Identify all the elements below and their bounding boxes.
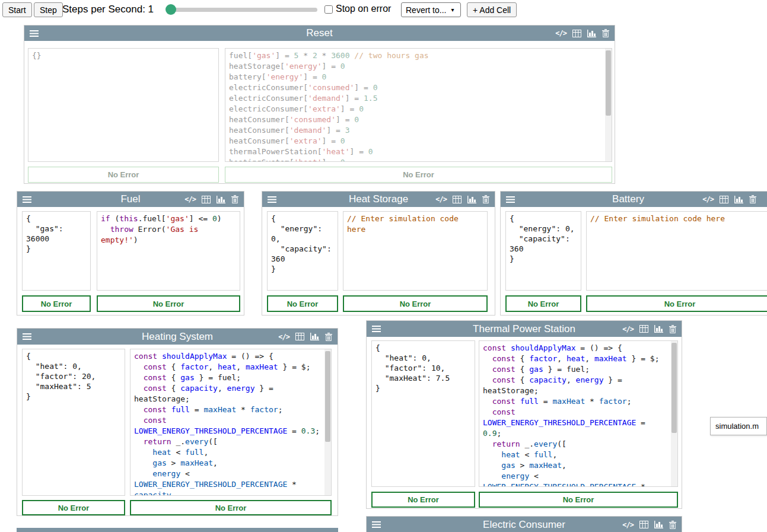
start-button[interactable]: Start [2, 2, 32, 17]
scrollbar-thumb[interactable] [606, 50, 611, 116]
state-json: { "energy": 0, "capacity": 360 } [506, 212, 581, 266]
state-json: { "energy": 0, "capacity": 360 } [268, 212, 338, 276]
table-view-icon[interactable] [453, 196, 462, 203]
code-view-icon[interactable]: </> [622, 325, 634, 333]
table-view-icon[interactable] [720, 196, 728, 203]
state-json: { "heat": 0, "factor": 20, "maxHeat": 5 … [23, 349, 125, 403]
chart-view-icon[interactable] [654, 325, 663, 333]
cell-reset: Reset </> {} fuel['gas'] = 5 * 2 * 3600 … [24, 25, 615, 184]
code-view-icon[interactable]: </> [622, 521, 634, 529]
revert-select-value: Revert to... [406, 5, 446, 15]
delete-cell-icon[interactable] [749, 195, 756, 203]
chart-view-icon[interactable] [310, 333, 319, 340]
cell-thermal-power-station: Thermal Power Station </> { "heat": 0, "… [366, 320, 682, 509]
menu-icon[interactable] [372, 521, 381, 528]
delete-cell-icon[interactable] [602, 29, 609, 37]
chart-view-icon[interactable] [734, 196, 743, 203]
steps-per-second-label: Steps per Second: 1 [62, 4, 154, 15]
code-view-icon[interactable]: </> [184, 195, 196, 203]
code-error-status: No Error [586, 295, 767, 312]
step-button[interactable]: Step [34, 2, 63, 17]
code-editor[interactable]: // Enter simulation code here [343, 211, 488, 291]
state-json: {} [28, 49, 218, 62]
table-view-icon[interactable] [572, 30, 581, 37]
state-editor[interactable]: { "gas": 36000 } [22, 211, 91, 291]
code-error-status: No Error [130, 500, 332, 515]
cell-heating-system-header: Heating System </> [17, 329, 338, 345]
table-view-icon[interactable] [202, 196, 211, 203]
delete-cell-icon[interactable] [325, 333, 332, 341]
state-editor[interactable]: { "heat": 0, "factor": 20, "maxHeat": 5 … [22, 349, 125, 496]
code-editor[interactable]: const shouldApplyMax = () => { const { f… [479, 340, 678, 487]
toolbar: Start Step Steps per Second: 1 Stop on e… [0, 0, 767, 20]
code-view-icon[interactable]: </> [435, 195, 447, 203]
code-content: // Enter simulation code here [587, 212, 767, 226]
cell-fuel: Fuel </> { "gas": 36000 } if (this.fuel[… [17, 191, 244, 316]
code-editor[interactable]: const shouldApplyMax = () => { const { f… [130, 349, 332, 496]
chevron-down-icon: ▾ [451, 7, 454, 13]
table-view-icon[interactable] [639, 325, 648, 333]
scrollbar-thumb[interactable] [325, 351, 330, 442]
scrollbar-thumb[interactable] [671, 343, 677, 433]
cell-battery-header: Battery </> [501, 192, 767, 207]
code-error-status: No Error [343, 295, 488, 312]
cell-electric-consumer-header: Electric Consumer </> [367, 517, 682, 532]
menu-icon[interactable] [23, 196, 31, 203]
code-view-icon[interactable]: </> [702, 195, 714, 203]
chart-view-icon[interactable] [654, 521, 663, 528]
delete-cell-icon[interactable] [669, 521, 676, 529]
delete-cell-icon[interactable] [482, 195, 489, 203]
cell-thermal-power-station-header: Thermal Power Station </> [367, 321, 682, 337]
state-editor[interactable]: { "energy": 0, "capacity": 360 } [505, 211, 581, 291]
code-error-status: No Error [479, 492, 678, 508]
cell-heat-storage: Heat Storage </> { "energy": 0, "capacit… [262, 191, 495, 316]
app-root: Start Step Steps per Second: 1 Stop on e… [0, 0, 767, 532]
code-editor[interactable]: fuel['gas'] = 5 * 2 * 3600 // two hours … [225, 48, 612, 162]
code-error-status: No Error [97, 295, 240, 312]
table-view-icon[interactable] [295, 333, 304, 340]
code-content: const shouldApplyMax = () => { const { f… [131, 349, 324, 496]
code-content: if (this.fuel['gas'] <= 0) throw Error('… [97, 212, 240, 247]
chart-view-icon[interactable] [587, 30, 596, 37]
cell-reset-header: Reset </> [24, 26, 615, 41]
code-content: fuel['gas'] = 5 * 2 * 3600 // two hours … [225, 49, 612, 162]
state-error-status: No Error [22, 500, 125, 515]
menu-icon[interactable] [23, 333, 31, 340]
add-cell-button[interactable]: + Add Cell [467, 2, 517, 17]
code-view-icon[interactable]: </> [555, 29, 567, 37]
menu-icon[interactable] [30, 30, 39, 37]
code-editor[interactable]: // Enter simulation code here [586, 211, 767, 291]
speed-slider[interactable] [167, 8, 317, 12]
state-json: { "heat": 0, "factor": 10, "maxHeat": 7.… [372, 341, 475, 395]
cell-title: Reset [24, 27, 615, 39]
code-view-icon[interactable]: </> [278, 333, 289, 341]
menu-icon[interactable] [268, 196, 276, 203]
state-editor[interactable]: { "heat": 0, "factor": 10, "maxHeat": 7.… [371, 340, 475, 487]
delete-cell-icon[interactable] [231, 195, 238, 203]
cell-fuel-header: Fuel </> [17, 192, 244, 207]
state-error-status: No Error [267, 295, 338, 312]
menu-icon[interactable] [372, 326, 381, 332]
state-editor[interactable]: { "energy": 0, "capacity": 360 } [267, 211, 338, 291]
chart-view-icon[interactable] [467, 196, 476, 203]
simulation-file-tooltip: simulation.m [710, 417, 767, 435]
scrollbar[interactable] [324, 349, 331, 495]
code-content: // Enter simulation code here [343, 212, 487, 237]
chart-view-icon[interactable] [217, 196, 225, 203]
scrollbar[interactable] [671, 341, 677, 486]
state-error-status: No Error [22, 295, 91, 312]
speed-slider-thumb[interactable] [166, 4, 176, 15]
delete-cell-icon[interactable] [669, 325, 676, 333]
cell-electric-consumer: Electric Consumer </> [366, 516, 682, 532]
table-view-icon[interactable] [639, 521, 648, 528]
menu-icon[interactable] [506, 196, 515, 203]
state-editor[interactable]: {} [28, 48, 219, 162]
scrollbar[interactable] [605, 49, 612, 161]
code-editor[interactable]: if (this.fuel['gas'] <= 0) throw Error('… [97, 211, 240, 291]
cell-heating-system: Heating System </> { "heat": 0, "factor"… [17, 328, 338, 516]
code-error-status: No Error [225, 167, 612, 183]
state-error-status: No Error [505, 295, 581, 312]
revert-select[interactable]: Revert to... ▾ [401, 2, 461, 17]
code-content: const shouldApplyMax = () => { const { f… [479, 341, 671, 487]
stop-on-error-checkbox[interactable] [324, 5, 333, 14]
